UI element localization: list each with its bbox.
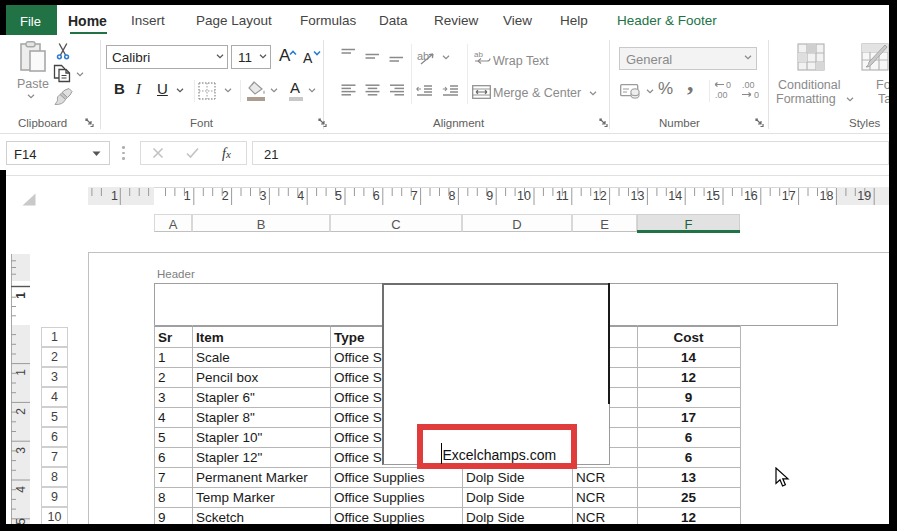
svg-text:ab: ab xyxy=(474,50,483,59)
svg-text:0: 0 xyxy=(754,90,759,100)
svg-text:.00: .00 xyxy=(742,80,755,90)
svg-text:0: 0 xyxy=(726,80,731,90)
svg-text:.00: .00 xyxy=(715,90,728,100)
svg-text:ab: ab xyxy=(417,50,429,62)
